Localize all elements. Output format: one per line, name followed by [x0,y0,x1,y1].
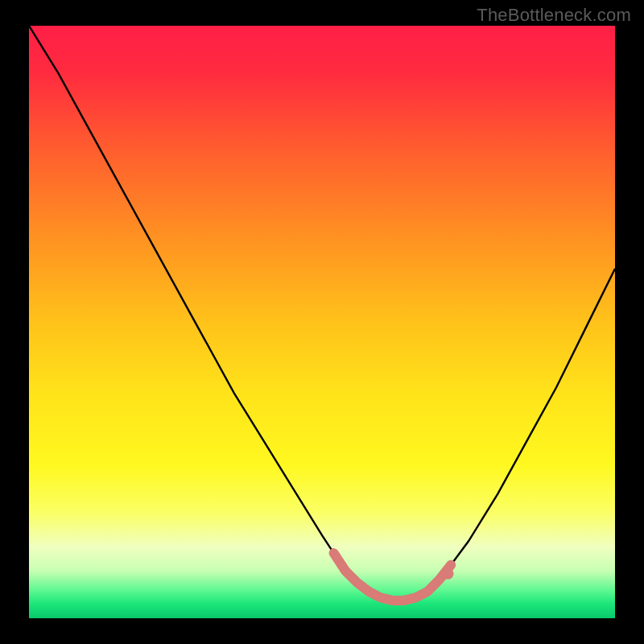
highlight-marker [443,568,454,580]
plot-outer-border [29,26,615,618]
plot-area [29,26,615,618]
watermark-label: TheBottleneck.com [477,5,631,26]
bottleneck-curve [29,26,615,618]
chart-frame: TheBottleneck.com [0,0,644,644]
curve-path [29,26,615,601]
highlight-band [334,553,452,601]
